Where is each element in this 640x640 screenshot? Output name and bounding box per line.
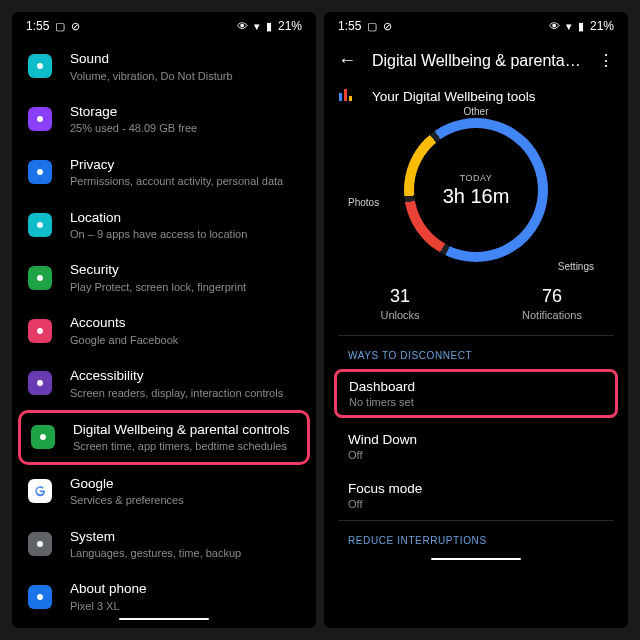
settings-row-digital[interactable]: Digital Wellbeing & parental controlsScr… <box>18 410 310 465</box>
image-icon: ▢ <box>367 20 377 33</box>
row-sub: Screen readers, display, interaction con… <box>70 386 300 400</box>
svg-point-1 <box>37 116 43 122</box>
settings-row-security[interactable]: SecurityPlay Protect, screen lock, finge… <box>12 251 316 304</box>
back-icon[interactable]: ← <box>338 50 356 71</box>
settings-row-storage[interactable]: Storage25% used - 48.09 GB free <box>12 93 316 146</box>
option-sub: No timers set <box>349 396 603 408</box>
svg-point-4 <box>37 275 43 281</box>
status-bar: 1:55 ▢ ⊘ 👁 ▾ ▮ 21% <box>324 12 628 40</box>
status-bar: 1:55 ▢ ⊘ 👁 ▾ ▮ 21% <box>12 12 316 40</box>
clock: 1:55 <box>338 19 361 33</box>
row-icon <box>28 479 52 503</box>
row-sub: Volume, vibration, Do Not Disturb <box>70 69 300 83</box>
tools-label: Your Digital Wellbeing tools <box>372 89 536 104</box>
overflow-icon[interactable]: ⋮ <box>598 51 614 70</box>
app-bar: ← Digital Wellbeing & parental c... ⋮ <box>324 40 628 79</box>
battery-pct: 21% <box>590 19 614 33</box>
gesture-bar[interactable] <box>324 550 628 568</box>
row-title: System <box>70 528 300 546</box>
svg-rect-10 <box>339 93 342 101</box>
settings-row-location[interactable]: LocationOn – 9 apps have access to locat… <box>12 199 316 252</box>
settings-list[interactable]: SoundVolume, vibration, Do Not DisturbSt… <box>12 40 316 610</box>
page-title: Digital Wellbeing & parental c... <box>372 52 582 70</box>
row-sub: Screen time, app timers, bedtime schedul… <box>73 439 297 453</box>
row-title: Accounts <box>70 314 300 332</box>
dnd-icon: ⊘ <box>383 20 392 33</box>
dnd-icon: ⊘ <box>71 20 80 33</box>
eye-icon: 👁 <box>549 20 560 32</box>
option-title: Dashboard <box>349 379 603 394</box>
seg-other: Other <box>463 106 488 117</box>
settings-row-privacy[interactable]: PrivacyPermissions, account activity, pe… <box>12 146 316 199</box>
settings-row-sound[interactable]: SoundVolume, vibration, Do Not Disturb <box>12 40 316 93</box>
settings-row-accounts[interactable]: AccountsGoogle and Facebook <box>12 304 316 357</box>
row-title: Security <box>70 261 300 279</box>
screen-time-chart[interactable]: Other Photos Settings TODAY 3h 16m <box>324 110 628 272</box>
svg-rect-12 <box>349 96 352 101</box>
option-focus-mode[interactable]: Focus modeOff <box>324 471 628 520</box>
svg-point-8 <box>37 541 43 547</box>
row-sub: 25% used - 48.09 GB free <box>70 121 300 135</box>
stat-unlocks[interactable]: 31 Unlocks <box>324 286 476 321</box>
svg-point-5 <box>37 328 43 334</box>
svg-point-0 <box>37 64 43 70</box>
row-icon <box>31 425 55 449</box>
row-icon <box>28 532 52 556</box>
option-dashboard[interactable]: DashboardNo timers set <box>334 369 618 418</box>
eye-icon: 👁 <box>237 20 248 32</box>
settings-row-about[interactable]: About phonePixel 3 XL <box>12 570 316 610</box>
option-title: Wind Down <box>348 432 614 447</box>
wellbeing-screen: 1:55 ▢ ⊘ 👁 ▾ ▮ 21% ← Digital Wellbeing &… <box>324 12 628 628</box>
bar-chart-icon <box>338 87 354 106</box>
row-sub: Google and Facebook <box>70 333 300 347</box>
option-title: Focus mode <box>348 481 614 496</box>
row-title: About phone <box>70 580 300 598</box>
row-icon <box>28 54 52 78</box>
row-title: Privacy <box>70 156 300 174</box>
row-title: Storage <box>70 103 300 121</box>
svg-point-3 <box>37 222 43 228</box>
battery-icon: ▮ <box>578 20 584 33</box>
svg-point-9 <box>37 594 43 600</box>
options-list: DashboardNo timers setWind DownOffFocus … <box>324 365 628 520</box>
settings-row-accessibility[interactable]: AccessibilityScreen readers, display, in… <box>12 357 316 410</box>
image-icon: ▢ <box>55 20 65 33</box>
stat-notifications[interactable]: 76 Notifications <box>476 286 628 321</box>
settings-row-system[interactable]: SystemLanguages, gestures, time, backup <box>12 518 316 571</box>
seg-settings: Settings <box>558 261 594 272</box>
svg-point-7 <box>40 434 46 440</box>
wifi-icon: ▾ <box>254 20 260 33</box>
row-sub: Languages, gestures, time, backup <box>70 546 300 560</box>
settings-row-google[interactable]: GoogleServices & preferences <box>12 465 316 518</box>
svg-point-6 <box>37 381 43 387</box>
option-wind-down[interactable]: Wind DownOff <box>324 422 628 471</box>
today-value: 3h 16m <box>443 185 510 208</box>
row-icon <box>28 585 52 609</box>
section-disconnect: WAYS TO DISCONNECT <box>324 336 628 365</box>
battery-icon: ▮ <box>266 20 272 33</box>
today-label: TODAY <box>460 173 493 183</box>
row-icon <box>28 213 52 237</box>
seg-photos: Photos <box>348 197 379 208</box>
row-icon <box>28 107 52 131</box>
row-title: Sound <box>70 50 300 68</box>
stats-row: 31 Unlocks 76 Notifications <box>324 272 628 335</box>
settings-screen: 1:55 ▢ ⊘ 👁 ▾ ▮ 21% SoundVolume, vibratio… <box>12 12 316 628</box>
option-sub: Off <box>348 498 614 510</box>
section-reduce: REDUCE INTERRUPTIONS <box>324 521 628 550</box>
wifi-icon: ▾ <box>566 20 572 33</box>
battery-pct: 21% <box>278 19 302 33</box>
row-icon <box>28 160 52 184</box>
row-icon <box>28 319 52 343</box>
row-title: Digital Wellbeing & parental controls <box>73 421 297 439</box>
row-icon <box>28 266 52 290</box>
gesture-bar[interactable] <box>12 610 316 628</box>
row-sub: Services & preferences <box>70 493 300 507</box>
row-sub: Permissions, account activity, personal … <box>70 174 300 188</box>
row-sub: On – 9 apps have access to location <box>70 227 300 241</box>
option-sub: Off <box>348 449 614 461</box>
svg-rect-11 <box>344 89 347 101</box>
row-sub: Pixel 3 XL <box>70 599 300 610</box>
row-title: Google <box>70 475 300 493</box>
svg-point-2 <box>37 169 43 175</box>
